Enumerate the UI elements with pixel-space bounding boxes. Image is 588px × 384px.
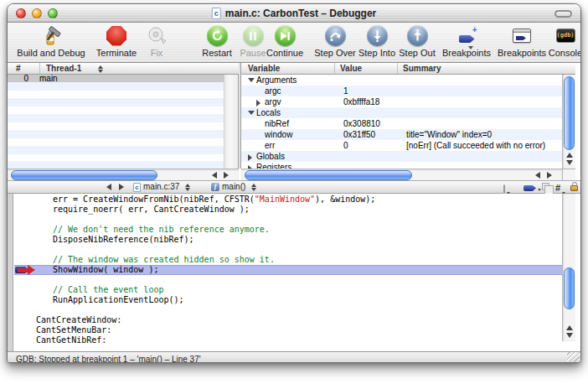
duplicate-button[interactable] [542, 183, 549, 190]
thread-list-vscrollbar[interactable] [224, 75, 238, 169]
code-line[interactable]: RunApplicationEventLoop(); [14, 295, 562, 305]
code-line[interactable]: CantCreateWindow: [14, 315, 562, 325]
scroll-down-arrow[interactable] [566, 160, 573, 165]
code-line[interactable]: CantGetNibRef: [14, 335, 562, 345]
thread-list-hscrollbar[interactable] [8, 169, 239, 180]
code-line[interactable]: DisposeNibReference(nibRef); [14, 235, 562, 245]
column-header-thread[interactable]: Thread-1 [46, 63, 81, 74]
editor-gutter[interactable] [8, 194, 13, 351]
scroll-left-arrow[interactable] [212, 172, 217, 179]
source-editor[interactable]: err = CreateWindowFromNib(nibRef, CFSTR(… [8, 194, 580, 351]
document-icon: c [212, 8, 221, 19]
tape-icon [146, 24, 168, 47]
code-text: // The window was created hidden so show… [53, 255, 275, 265]
column-divider[interactable] [39, 63, 40, 74]
disclosure-triangle-icon[interactable] [248, 154, 252, 161]
counterpart-icon [503, 184, 505, 194]
code-text: require_noerr( err, CantCreateWindow ); [53, 205, 250, 215]
thread-list-pane: # Thread-1 0 main [8, 63, 239, 180]
current-code-line[interactable]: ShowWindow( window ); [14, 265, 562, 275]
dropdown-arrow-icon [468, 46, 473, 49]
variable-summary: [noErr] (Call succeeded with no error) [406, 140, 545, 151]
back-button[interactable] [106, 184, 111, 190]
code-line[interactable]: err = CreateWindowFromNib(nibRef, CFSTR(… [14, 195, 562, 205]
breakpoints-menu-button[interactable] [524, 185, 536, 191]
line-number-icon: # [555, 183, 560, 193]
code-text: CantGetNibRef: [36, 335, 106, 345]
variable-row-argv[interactable]: argv0xbffffa18 [241, 96, 562, 107]
zoom-button[interactable] [48, 8, 58, 18]
toolbar-toggle-button[interactable] [554, 10, 572, 18]
variable-row-window[interactable]: window0x31ff50title="Window" index=0 [241, 129, 562, 140]
code-line[interactable]: // We don't need the nib reference anymo… [14, 225, 562, 235]
code-line[interactable]: // The window was created hidden so show… [14, 255, 562, 265]
scroll-down-arrow[interactable] [566, 333, 573, 338]
scrollbar-thumb[interactable] [564, 267, 575, 309]
code-line[interactable] [14, 215, 562, 225]
toolbar-button-console[interactable]: (gdb)Console [525, 24, 581, 61]
function-popup[interactable]: f main() [211, 181, 256, 193]
code-line[interactable]: // Call the event loop [14, 285, 562, 295]
breakpoint-icon [524, 185, 536, 191]
lock-button[interactable] [570, 182, 579, 193]
variable-value: 1 [343, 86, 348, 96]
code-line[interactable]: CantSetMenuBar: [14, 325, 562, 335]
scrollbar-thumb[interactable] [11, 170, 157, 180]
column-divider[interactable] [397, 63, 398, 74]
variable-name: Registers [256, 162, 291, 169]
scrollbar-thumb[interactable] [564, 76, 575, 150]
variable-row-registers[interactable]: Registers [241, 162, 562, 169]
variable-row-locals[interactable]: Locals [241, 107, 562, 118]
disclosure-triangle-icon[interactable] [248, 111, 255, 115]
editor-nav-bar: c main.c:37 f main() # [8, 180, 580, 194]
toolbar-button-label: Fix [151, 48, 163, 58]
counterpart-button[interactable] [503, 183, 505, 195]
scroll-right-arrow[interactable] [224, 172, 229, 179]
column-header-value[interactable]: Value [340, 63, 362, 74]
variable-row-nibref[interactable]: nibRef0x308810 [241, 118, 562, 129]
code-line[interactable] [14, 305, 562, 315]
popup-stepper-icon [251, 184, 256, 191]
resize-grip[interactable] [567, 352, 580, 363]
scroll-right-arrow[interactable] [547, 172, 552, 179]
editor-vscrollbar[interactable] [562, 194, 575, 341]
variables-vscrollbar[interactable] [562, 75, 575, 169]
code-line[interactable] [14, 275, 562, 285]
variable-row-err[interactable]: err0[noErr] (Call succeeded with no erro… [241, 140, 562, 151]
minimize-button[interactable] [32, 8, 42, 18]
close-button[interactable] [16, 8, 26, 18]
step-out-icon [406, 24, 429, 47]
desktop: c main.c: CarbonTest – Debugger Build an… [0, 0, 588, 384]
scroll-up-arrow[interactable] [566, 325, 573, 330]
debug-panes: # Thread-1 0 main Variable [8, 63, 580, 180]
code-line[interactable] [14, 245, 562, 255]
toolbar-button-label: Build and Debug [17, 48, 85, 58]
program-counter-breakpoint-marker[interactable] [14, 265, 39, 275]
scroll-left-arrow[interactable] [535, 172, 540, 179]
status-text: GDB: Stopped at breakpoint 1 – 'main() –… [16, 355, 201, 363]
column-header-number[interactable]: # [16, 63, 21, 74]
empty-row [8, 161, 224, 169]
scroll-up-arrow[interactable] [566, 153, 573, 158]
code-line[interactable]: require_noerr( err, CantCreateWindow ); [14, 205, 562, 215]
disclosure-triangle-icon[interactable] [256, 100, 260, 106]
column-header-summary[interactable]: Summary [403, 63, 441, 74]
variable-row-arguments[interactable]: Arguments [241, 75, 562, 86]
variable-row-globals[interactable]: Globals [241, 151, 562, 162]
variable-name: argc [265, 86, 281, 96]
function-popup-label: main() [222, 181, 245, 193]
disclosure-triangle-icon[interactable] [248, 78, 255, 82]
variables-hscrollbar[interactable] [241, 169, 562, 180]
thread-list-header: # Thread-1 [8, 63, 239, 75]
line-number-button[interactable]: # [555, 183, 560, 195]
file-popup[interactable]: c main.c:37 [133, 181, 190, 193]
forward-button[interactable] [119, 184, 124, 190]
file-popup-label: main.c:37 [143, 181, 179, 193]
variable-row-argc[interactable]: argc1 [241, 86, 562, 96]
title-bar[interactable]: c main.c: CarbonTest – Debugger [8, 4, 580, 23]
title-group: c main.c: CarbonTest – Debugger [212, 7, 376, 20]
variable-value: 0x308810 [343, 118, 380, 129]
scrollbar-thumb[interactable] [245, 170, 412, 180]
column-divider[interactable] [334, 63, 335, 74]
column-header-variable[interactable]: Variable [248, 63, 280, 74]
